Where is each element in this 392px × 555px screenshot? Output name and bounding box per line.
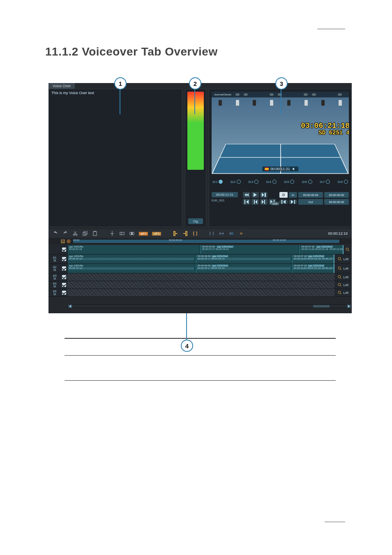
lr-badge: L/R	[344, 257, 348, 261]
paste-icon[interactable]	[92, 231, 98, 236]
track-enable-a3[interactable]	[61, 273, 67, 281]
edit-name: Edit_001	[212, 199, 238, 202]
mark-in-icon[interactable]	[173, 231, 178, 236]
clear-bracket-icon[interactable]	[209, 231, 214, 236]
track-tail-a1: L/R	[334, 254, 352, 264]
source-3[interactable]: Sr3	[248, 180, 258, 184]
ruler-icon-1[interactable]	[61, 238, 65, 245]
callout-2: 2	[189, 77, 201, 90]
voiceover-text[interactable]: This is my Voice Over text	[49, 89, 182, 97]
link-icon[interactable]	[238, 231, 244, 236]
callout-1: 1	[114, 77, 127, 90]
timeline-ruler[interactable]: 00:00 00:00:05:00 00:00:10:00	[48, 238, 352, 244]
scroll-right-icon[interactable]	[347, 305, 351, 308]
track-head-a2: A2St	[48, 264, 61, 273]
speaker-icon	[292, 167, 296, 171]
redo-icon[interactable]	[62, 231, 68, 236]
in-label: In	[289, 192, 297, 198]
cut-icon[interactable]	[72, 231, 78, 236]
fit-icon[interactable]	[219, 231, 224, 236]
step-back-button[interactable]	[251, 199, 259, 205]
ruler-icon-2[interactable]	[67, 238, 71, 245]
source-8[interactable]: Sr8	[338, 180, 348, 184]
scroll-thumb[interactable]	[313, 305, 330, 308]
source-1[interactable]: Sr1	[212, 180, 223, 184]
svg-point-19	[338, 275, 341, 278]
source-selector-row: Sr1 Sr2 Sr3 Sr4 Sr5 Sr6 Sr7 Sr8	[212, 180, 349, 184]
clg-button[interactable]: Clg	[188, 218, 203, 224]
svg-rect-11	[131, 232, 133, 235]
source-6[interactable]: Sr6	[302, 180, 312, 184]
svg-point-16	[346, 248, 348, 250]
loop-tag: loop	[271, 202, 279, 205]
figure-legend	[65, 338, 336, 381]
aifx-chip[interactable]: aiFX	[139, 232, 148, 236]
svg-rect-9	[120, 232, 124, 235]
vifx-chip[interactable]: viFX	[152, 232, 161, 236]
step-fwd-button[interactable]	[260, 199, 267, 205]
loop-toggle[interactable]	[279, 192, 288, 198]
rewind-button[interactable]	[243, 192, 250, 198]
voiceover-editor-screenshot: Voice Over This is my Voice Over text Cl…	[48, 83, 352, 313]
undo-icon[interactable]	[53, 231, 58, 236]
section-heading: 11.1.2 Voiceover Tab Overview	[45, 45, 355, 58]
out-timecode[interactable]: 00:00:00:00	[324, 199, 349, 205]
zoom-icon[interactable]	[338, 257, 342, 261]
source-4[interactable]: Sr4	[266, 180, 277, 184]
voiceover-text-panel: This is my Voice Over text	[48, 89, 182, 227]
play-button[interactable]	[251, 192, 259, 198]
source-7[interactable]: Sr7	[320, 180, 330, 184]
zoom-icon[interactable]	[338, 266, 342, 271]
source-5[interactable]: Sr5	[284, 180, 294, 184]
mark-out-icon[interactable]	[182, 231, 188, 236]
insert-icon[interactable]	[119, 231, 125, 236]
go-out-button[interactable]	[289, 200, 297, 204]
play-to-out-button[interactable]	[260, 192, 267, 198]
callout-3: 3	[275, 77, 288, 90]
timeline-scrollbar[interactable]	[67, 304, 352, 308]
track-enable-video[interactable]	[61, 245, 67, 254]
svg-point-18	[338, 267, 341, 269]
callout-4: 4	[181, 340, 193, 352]
zoom-icon[interactable]	[338, 283, 342, 287]
track-enable-a2[interactable]	[61, 264, 67, 273]
scroll-left-icon[interactable]	[68, 305, 72, 308]
svg-point-13	[230, 233, 231, 234]
go-start-button[interactable]	[243, 199, 250, 205]
record-icon[interactable]	[228, 231, 234, 236]
position-timecode[interactable]: 00:00:11:21	[212, 192, 238, 197]
out-label: Out	[298, 199, 323, 205]
video-monitor: Jucoma/Classic	[212, 92, 349, 174]
ruler-end-label: 00:00:10:00	[273, 239, 286, 241]
track-head-a3: A3St	[48, 273, 61, 281]
zoom-icon[interactable]	[338, 275, 342, 279]
track-zoom-video[interactable]	[344, 245, 352, 254]
timeline-panel: pgs 120125a 00:00:07:18 00:00:00:00 pgs …	[48, 245, 352, 308]
scoreboard-label: Jucoma/Classic	[214, 93, 231, 96]
go-in-button[interactable]	[279, 200, 288, 204]
es-flag-icon	[265, 167, 269, 171]
track-enable-a5[interactable]	[61, 289, 67, 296]
clip-v1-tc: 00:00:07:18	[69, 248, 198, 250]
marker-icon[interactable]	[109, 231, 115, 236]
source-2[interactable]: Sr2	[231, 180, 241, 184]
svg-point-20	[338, 283, 341, 286]
toolbar-timecode: 00:00:12:19	[328, 231, 348, 236]
svg-point-2	[283, 194, 285, 196]
track-head-a1: A1St	[48, 254, 61, 264]
track-enable-a4[interactable]	[61, 281, 67, 289]
track-enable-a1[interactable]	[61, 254, 67, 264]
svg-point-17	[338, 257, 341, 260]
in-timecode[interactable]: 00:00:00:00	[298, 192, 323, 198]
track-head-a5: A5St	[48, 289, 61, 296]
burnt-in-timecode: 03:06:21:18 SD 625i 4	[301, 122, 349, 136]
zoom-icon[interactable]	[338, 291, 342, 295]
ruler-start-label: 00:00	[73, 239, 79, 241]
overwrite-icon[interactable]	[129, 231, 135, 236]
svg-point-21	[338, 291, 341, 294]
voiceover-tab[interactable]: Voice Over	[48, 83, 75, 89]
copy-icon[interactable]	[82, 231, 88, 236]
dur-timecode[interactable]: 00:00:00:00	[324, 192, 349, 198]
track-head-a4: A4St	[48, 281, 61, 289]
bracket-icon[interactable]	[192, 231, 198, 236]
